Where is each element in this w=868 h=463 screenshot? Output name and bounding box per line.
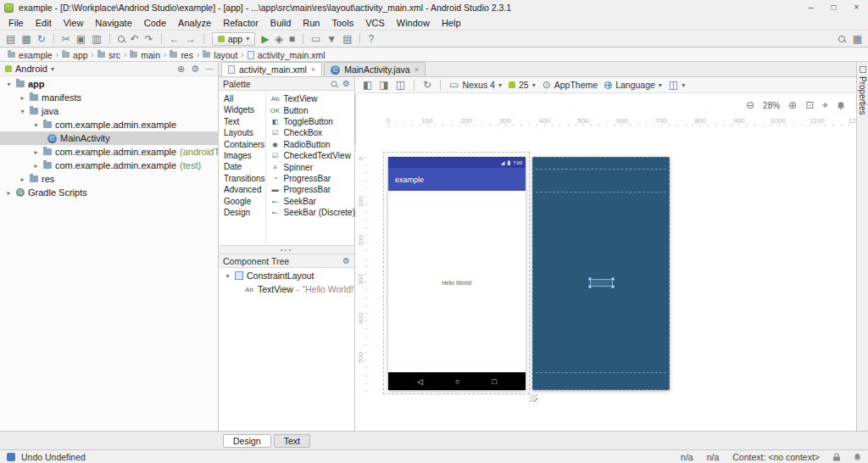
expand-arrow-icon[interactable]: ▾ [32, 121, 40, 129]
resize-handle-nw[interactable] [588, 277, 592, 281]
palette-category-all[interactable]: All [219, 93, 265, 104]
tab-mainactivity-java[interactable]: MainActivity.java × [324, 62, 426, 76]
palette-item-togglebutton[interactable]: ◧ToggleButton [266, 116, 359, 127]
tab-text[interactable]: Text [274, 434, 310, 448]
device-select[interactable]: Nexus 4 ▾ [449, 80, 502, 90]
expand-arrow-icon[interactable]: ▾ [19, 108, 26, 115]
tree-item-package-androidtest[interactable]: ▸ com.example.admin.example (androidTest… [0, 145, 218, 159]
expand-arrow-icon[interactable]: ▾ [5, 81, 13, 88]
collapse-arrow-icon[interactable]: ▸ [19, 94, 26, 102]
blueprint-preview[interactable] [532, 157, 670, 390]
save-all-icon[interactable] [21, 34, 31, 44]
menu-tools[interactable]: Tools [326, 17, 359, 29]
palette-category-layouts[interactable]: Layouts [219, 127, 265, 138]
gear-icon[interactable] [342, 80, 350, 88]
menu-code[interactable]: Code [138, 17, 172, 29]
maximize-button[interactable]: □ [822, 0, 845, 15]
pan-icon[interactable] [822, 100, 828, 110]
layout-variant-select[interactable]: ▾ [669, 80, 685, 90]
resize-handle-sw[interactable] [588, 285, 592, 288]
palette-category-advanced[interactable]: Advanced [219, 184, 265, 195]
palette-item-progressbar[interactable]: ◔ProgressBar [266, 173, 359, 184]
zoom-out-icon[interactable] [746, 100, 754, 110]
sdk-manager-icon[interactable] [326, 34, 337, 44]
toolwindow-toggle-icon[interactable] [7, 453, 15, 461]
menu-file[interactable]: File [3, 17, 30, 29]
palette-category-text[interactable]: Text [219, 116, 265, 127]
lock-icon[interactable] [833, 453, 840, 461]
selected-textview[interactable] [590, 279, 613, 287]
close-button[interactable]: × [845, 0, 868, 15]
expand-arrow-icon[interactable]: ▾ [224, 272, 231, 280]
theme-select[interactable]: AppTheme [542, 80, 598, 90]
gradle-sync-icon[interactable] [37, 34, 46, 44]
palette-category-images[interactable]: Images [219, 150, 265, 161]
tool-windows-icon[interactable] [853, 34, 862, 44]
api-level-select[interactable]: 25 ▾ [509, 80, 536, 90]
palette-category-widgets[interactable]: Widgets [219, 104, 265, 115]
orientation-icon[interactable] [423, 80, 431, 90]
resize-handle-ne[interactable] [611, 277, 615, 281]
tree-item-mainactivity[interactable]: MainActivity [0, 131, 218, 145]
close-tab-icon[interactable]: × [311, 65, 315, 74]
notifications-bell-icon[interactable] [837, 101, 845, 110]
tree-item-package[interactable]: ▾ com.example.admin.example [0, 118, 218, 131]
device-monitor-icon[interactable] [342, 34, 352, 44]
close-tab-icon[interactable]: × [415, 65, 419, 74]
tree-item-package-test[interactable]: ▸ com.example.admin.example (test) [0, 159, 218, 172]
breadcrumb-activity-main[interactable]: activity_main.xml [245, 50, 328, 60]
hello-world-textview[interactable]: Hello World! [442, 280, 471, 286]
find-icon[interactable] [118, 36, 125, 42]
tree-item-res[interactable]: ▸ res [0, 172, 218, 186]
notifications-bell-icon[interactable] [854, 453, 861, 461]
collapse-arrow-icon[interactable]: ▸ [32, 162, 40, 170]
breadcrumb-src[interactable]: src [95, 50, 123, 60]
project-view-select[interactable]: Android [15, 64, 47, 74]
help-icon[interactable] [368, 34, 374, 44]
menu-vcs[interactable]: VCS [359, 17, 391, 29]
search-icon[interactable] [331, 81, 337, 86]
design-mode-icon[interactable] [363, 80, 372, 90]
palette-item-checkbox[interactable]: ☑CheckBox [266, 127, 359, 138]
collapse-arrow-icon[interactable]: ▸ [5, 189, 13, 197]
blueprint-mode-icon[interactable] [379, 80, 388, 90]
palette-category-design[interactable]: Design [219, 207, 265, 218]
cut-icon[interactable] [62, 34, 70, 44]
run-configuration-select[interactable]: app ▾ [212, 32, 256, 46]
breadcrumb-main[interactable]: main [127, 50, 163, 60]
palette-item-progressbar-horizontal[interactable]: ▬ProgressBar [266, 184, 359, 195]
collapse-arrow-icon[interactable]: ▸ [32, 148, 40, 156]
stop-button[interactable] [289, 34, 295, 44]
locate-file-icon[interactable] [177, 64, 185, 74]
back-icon[interactable] [170, 34, 180, 44]
language-select[interactable]: Language ▾ [604, 80, 662, 90]
palette-item-seekbar-discrete[interactable]: •–SeekBar (Discrete) [266, 207, 359, 218]
run-button[interactable] [261, 34, 269, 44]
tree-item-app[interactable]: ▾ app [0, 77, 218, 91]
palette-item-checkedtextview[interactable]: ☑CheckedTextView [266, 150, 359, 161]
paste-icon[interactable] [92, 34, 101, 44]
properties-tool-button[interactable]: Properties [858, 76, 867, 115]
collapse-arrow-icon[interactable]: ▸ [19, 176, 26, 183]
search-everywhere-icon[interactable] [838, 36, 845, 42]
breadcrumb-layout[interactable]: layout [200, 50, 240, 60]
breadcrumb-app[interactable]: app [59, 50, 91, 60]
menu-help[interactable]: Help [436, 17, 467, 29]
palette-item-spinner[interactable]: ≡Spinner [266, 161, 359, 172]
menu-run[interactable]: Run [297, 17, 326, 29]
tab-design[interactable]: Design [223, 434, 271, 448]
undo-icon[interactable] [131, 34, 139, 44]
resize-handle-se[interactable] [611, 285, 615, 288]
redo-icon[interactable] [145, 34, 153, 44]
menu-refactor[interactable]: Refactor [217, 17, 264, 29]
gear-icon[interactable] [191, 64, 199, 74]
component-tree-item-constraintlayout[interactable]: ▾ ConstraintLayout [219, 269, 354, 282]
menu-view[interactable]: View [58, 17, 90, 29]
menu-navigate[interactable]: Navigate [89, 17, 137, 29]
palette-item-button[interactable]: OKButton [266, 104, 359, 115]
design-preview[interactable]: ◢ ▮ 7:00 example Hello World! ◁ ○ □ [388, 157, 526, 390]
zoom-fit-icon[interactable] [805, 100, 814, 110]
palette-category-containers[interactable]: Containers [219, 139, 265, 150]
component-tree-item-textview[interactable]: Ab TextView - "Hello World!" [219, 282, 354, 296]
hide-panel-icon[interactable] [205, 65, 213, 73]
